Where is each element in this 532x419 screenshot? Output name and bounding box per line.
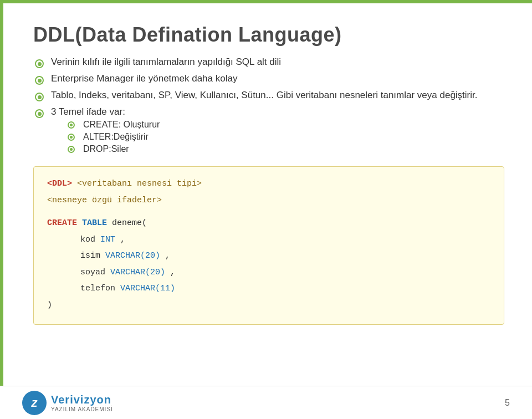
slide-content: DDL(Data Defination Language) Verinin kı… bbox=[28, 17, 504, 325]
list-item: Enterprise Manager ile yönetmek daha kol… bbox=[33, 73, 504, 86]
code-field-2: isim VARCHAR(20) , bbox=[47, 249, 490, 263]
logo-z-letter: z bbox=[32, 396, 38, 410]
logo-area: z Verivizyon YAZILIM AKADEMİSİ bbox=[22, 391, 113, 415]
code-field1-type: INT bbox=[100, 235, 115, 244]
code-field4-name: telefon bbox=[80, 284, 115, 293]
bullet-text-2: Enterprise Manager ile yönetmek daha kol… bbox=[51, 73, 237, 84]
code-field1-comma: , bbox=[120, 235, 125, 244]
code-table-keyword: TABLE bbox=[82, 218, 107, 228]
bullet-text-1: Verinin kılıfı ile ilgili tanımlamaların… bbox=[51, 57, 281, 68]
bullet-icon-3 bbox=[33, 91, 45, 103]
bottom-bar: z Verivizyon YAZILIM AKADEMİSİ 5 bbox=[0, 386, 532, 419]
logo-subtitle: YAZILIM AKADEMİSİ bbox=[51, 406, 113, 412]
code-field3-type: VARCHAR(20) bbox=[110, 268, 165, 277]
sub-bullet-icon-3 bbox=[68, 146, 79, 153]
sub-list-item: CREATE: Oluşturur bbox=[68, 120, 160, 130]
sub-bullet-text-2: ALTER:Değiştirir bbox=[83, 132, 149, 142]
bullet-text-4: 3 Temel ifade var: bbox=[51, 106, 125, 117]
logo-brand-name: Verivizyon bbox=[51, 394, 113, 406]
code-closing-paren: ) bbox=[47, 300, 52, 310]
code-field1-name: kod bbox=[80, 235, 95, 244]
code-create-keyword: CREATE bbox=[47, 218, 77, 228]
slide-page: DDL(Data Defination Language) Verinin kı… bbox=[0, 0, 532, 419]
code-line-1: <DDL> <veritabanı nesnesi tipi> bbox=[47, 177, 490, 191]
code-closing: ) bbox=[47, 298, 490, 313]
bullet-icon-4 bbox=[33, 108, 45, 120]
left-border-decoration bbox=[0, 3, 3, 386]
list-item: Verinin kılıfı ile ilgili tanımlamaların… bbox=[33, 57, 504, 70]
code-nesneye-text: <nesneye özgü ifadeler> bbox=[47, 196, 162, 205]
bullet-icon-1 bbox=[33, 58, 45, 70]
sub-bullet-list: CREATE: Oluşturur ALTER:Değiştirir bbox=[68, 120, 160, 154]
code-field-1: kod INT , bbox=[47, 233, 490, 247]
code-ddl-keyword: <DDL> bbox=[47, 179, 72, 188]
code-line-create: CREATE TABLE deneme( bbox=[47, 216, 490, 231]
code-field-4: telefon VARCHAR(11) bbox=[47, 282, 490, 296]
list-item: 3 Temel ifade var: CREATE: Oluşturur bbox=[33, 106, 504, 156]
bullet-icon-2 bbox=[33, 74, 45, 86]
code-field4-type: VARCHAR(11) bbox=[120, 284, 175, 293]
bullet-text-3: Tablo, Indeks, veritabanı, SP, View, Kul… bbox=[51, 90, 478, 101]
list-item: Tablo, Indeks, veritabanı, SP, View, Kul… bbox=[33, 90, 504, 103]
code-tipi-text: <veritabanı nesnesi tipi> bbox=[77, 179, 202, 188]
code-deneme-text: deneme( bbox=[112, 218, 147, 228]
sub-bullet-text-1: CREATE: Oluşturur bbox=[83, 120, 160, 130]
sub-bullet-icon-1 bbox=[68, 121, 79, 129]
sub-list-item: ALTER:Değiştirir bbox=[68, 132, 160, 142]
code-field2-name: isim bbox=[80, 251, 100, 260]
logo-z-circle: z bbox=[22, 391, 47, 415]
logo-text-container: Verivizyon YAZILIM AKADEMİSİ bbox=[51, 394, 113, 412]
sub-bullet-icon-2 bbox=[68, 134, 79, 141]
code-field-3: soyad VARCHAR(20) , bbox=[47, 265, 490, 280]
code-line-2: <nesneye özgü ifadeler> bbox=[47, 193, 490, 208]
top-border-decoration bbox=[0, 0, 532, 3]
code-field2-type: VARCHAR(20) bbox=[105, 251, 160, 260]
page-number: 5 bbox=[505, 398, 510, 408]
bullet-text-4-container: 3 Temel ifade var: CREATE: Oluşturur bbox=[51, 106, 160, 156]
sub-bullet-text-3: DROP:Siler bbox=[83, 144, 129, 154]
code-field2-comma: , bbox=[165, 251, 170, 260]
sub-list-item: DROP:Siler bbox=[68, 144, 160, 154]
slide-title: DDL(Data Defination Language) bbox=[33, 23, 504, 47]
code-field3-comma: , bbox=[170, 268, 175, 277]
code-field3-name: soyad bbox=[80, 268, 105, 277]
code-block: <DDL> <veritabanı nesnesi tipi> <nesneye… bbox=[33, 166, 504, 325]
main-bullet-list: Verinin kılıfı ile ilgili tanımlamaların… bbox=[33, 57, 504, 156]
